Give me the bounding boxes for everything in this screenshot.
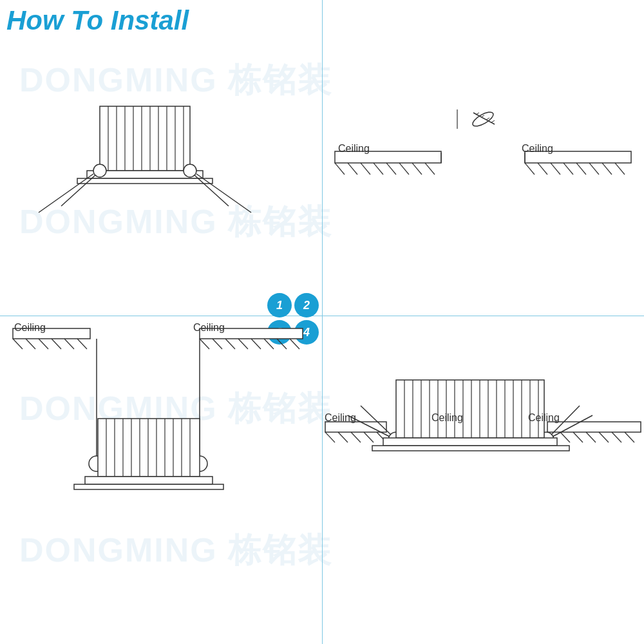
- svg-line-22: [361, 163, 370, 175]
- svg-line-82: [338, 432, 348, 442]
- svg-line-47: [13, 339, 23, 349]
- svg-line-24: [386, 163, 396, 175]
- svg-line-59: [264, 339, 274, 349]
- svg-line-44: [491, 120, 495, 122]
- ceiling-label-q3-right: Ceiling: [193, 322, 225, 334]
- svg-line-54: [200, 339, 209, 349]
- ceiling-label-q4-right1: Ceiling: [528, 412, 560, 424]
- svg-line-84: [364, 432, 374, 442]
- svg-line-96: [586, 432, 596, 442]
- svg-rect-78: [85, 477, 213, 484]
- svg-line-52: [77, 339, 87, 349]
- svg-line-55: [213, 339, 222, 349]
- svg-line-41: [476, 113, 479, 115]
- svg-line-49: [39, 339, 48, 349]
- svg-line-33: [576, 163, 586, 175]
- page-title: How To Install: [6, 5, 189, 36]
- svg-line-29: [525, 163, 535, 175]
- svg-line-25: [399, 163, 409, 175]
- svg-line-61: [290, 339, 299, 349]
- ceiling-separator: [451, 109, 464, 129]
- svg-point-39: [471, 109, 495, 129]
- svg-line-32: [564, 163, 573, 175]
- svg-line-58: [251, 339, 261, 349]
- svg-line-56: [225, 339, 235, 349]
- diagram-q4: [322, 316, 644, 644]
- svg-line-97: [599, 432, 609, 442]
- svg-line-95: [573, 432, 583, 442]
- svg-line-81: [325, 432, 335, 442]
- svg-line-23: [374, 163, 383, 175]
- diagram-q2: [322, 48, 644, 316]
- svg-line-94: [560, 432, 570, 442]
- ceiling-label-q4-left2: Ceiling: [431, 412, 463, 424]
- svg-line-34: [589, 163, 599, 175]
- svg-line-98: [612, 432, 621, 442]
- svg-line-60: [277, 339, 287, 349]
- svg-line-50: [52, 339, 61, 349]
- svg-line-48: [26, 339, 35, 349]
- svg-line-36: [615, 163, 625, 175]
- svg-rect-125: [372, 446, 569, 451]
- svg-line-83: [351, 432, 361, 442]
- svg-line-30: [538, 163, 547, 175]
- svg-line-99: [625, 432, 634, 442]
- svg-rect-124: [383, 438, 557, 446]
- svg-line-35: [602, 163, 612, 175]
- svg-rect-0: [100, 106, 190, 171]
- svg-line-16: [39, 174, 93, 213]
- diagram-q3: [0, 316, 322, 644]
- ceiling-label-q2-left: Ceiling: [338, 143, 370, 155]
- svg-line-57: [238, 339, 248, 349]
- ceiling-label-q2-right: Ceiling: [522, 143, 553, 155]
- svg-line-18: [196, 174, 251, 213]
- svg-rect-79: [74, 484, 223, 489]
- svg-line-20: [335, 163, 345, 175]
- svg-line-27: [425, 163, 435, 175]
- svg-line-26: [412, 163, 422, 175]
- ceiling-label-q4-left1: Ceiling: [325, 412, 356, 424]
- diagram-q1: [0, 48, 322, 316]
- svg-line-21: [348, 163, 357, 175]
- svg-line-51: [64, 339, 74, 349]
- svg-rect-66: [98, 419, 200, 477]
- svg-line-31: [551, 163, 560, 175]
- svg-rect-92: [547, 422, 641, 432]
- svg-rect-12: [77, 178, 213, 184]
- ceiling-label-q3-left: Ceiling: [14, 322, 46, 334]
